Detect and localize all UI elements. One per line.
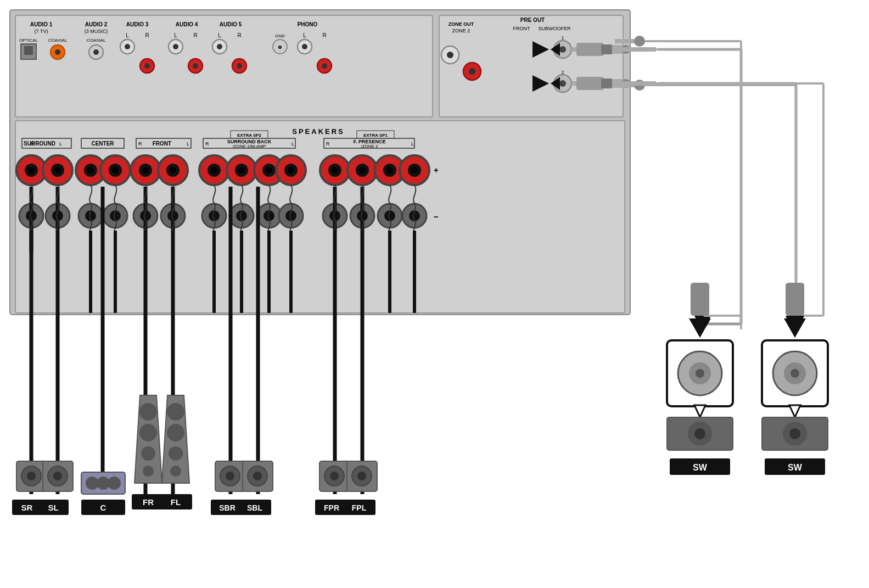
svg-point-116 [227, 155, 256, 185]
svg-point-148 [329, 210, 340, 221]
front-label: FRONT [153, 141, 171, 147]
svg-rect-234 [576, 43, 604, 56]
diagram-container: AUDIO 1 (7 TV) OPTICAL COAXIAL AUDIO 2 (… [0, 0, 869, 588]
svg-marker-67 [788, 316, 804, 332]
svg-point-32 [298, 40, 312, 54]
svg-point-35 [317, 59, 332, 73]
svg-rect-165 [16, 461, 47, 491]
svg-text:L: L [218, 32, 221, 38]
speakers-title: SPEAKERS [292, 127, 345, 136]
svg-point-78 [16, 155, 46, 185]
svg-point-181 [141, 446, 155, 461]
svg-point-88 [52, 210, 63, 221]
front-channel-r: R [138, 141, 142, 147]
svg-point-150 [357, 210, 368, 221]
svg-point-24 [217, 44, 222, 49]
svg-point-210 [696, 369, 704, 378]
svg-point-220 [790, 369, 799, 378]
svg-point-199 [324, 466, 344, 486]
svg-point-114 [208, 164, 221, 177]
svg-rect-215 [670, 458, 730, 475]
audio4-label: AUDIO 4 [176, 21, 198, 27]
svg-point-218 [773, 351, 817, 395]
svg-rect-2 [15, 15, 433, 117]
svg-point-175 [97, 477, 110, 490]
svg-point-123 [284, 164, 298, 177]
svg-rect-172 [38, 500, 69, 515]
svg-point-93 [100, 155, 130, 185]
svg-point-55 [621, 45, 630, 54]
svg-point-118 [238, 167, 245, 173]
svg-point-18 [173, 44, 178, 49]
fp-plus: + [434, 165, 439, 175]
svg-point-219 [784, 362, 806, 384]
coaxial-label: COAXIAL [48, 38, 68, 43]
svg-point-135 [320, 155, 350, 185]
svg-rect-201 [315, 500, 348, 515]
c-label: C [100, 503, 106, 512]
svg-point-196 [253, 472, 262, 480]
svg-point-124 [288, 167, 294, 173]
svg-text:GND: GND [275, 33, 285, 38]
svg-point-102 [139, 164, 152, 177]
svg-point-171 [53, 472, 62, 480]
svg-point-136 [328, 164, 341, 177]
svg-rect-177 [81, 500, 125, 515]
svg-text:R: R [237, 32, 241, 38]
fpl-label: FPL [352, 503, 367, 512]
svg-point-188 [170, 466, 181, 477]
svg-rect-198 [319, 461, 350, 491]
fp-channel-r: R [326, 141, 330, 147]
svg-point-186 [167, 424, 184, 441]
svg-point-125 [202, 204, 226, 228]
svg-point-113 [199, 155, 229, 185]
svg-rect-235 [601, 44, 612, 54]
surround-channel-r: R [30, 141, 34, 147]
svg-rect-207 [667, 340, 733, 406]
svg-rect-193 [211, 500, 244, 515]
svg-text:⊗: ⊗ [278, 44, 282, 50]
svg-point-104 [158, 155, 188, 185]
svg-point-11 [120, 40, 134, 54]
svg-point-9 [93, 49, 99, 55]
svg-marker-221 [789, 405, 800, 417]
svg-point-182 [143, 466, 154, 477]
svg-rect-222 [762, 417, 828, 450]
svg-point-106 [170, 167, 176, 173]
svg-point-174 [86, 477, 99, 490]
svg-point-121 [266, 167, 272, 173]
svg-point-138 [347, 155, 377, 185]
svg-text:L: L [303, 32, 306, 38]
svg-point-223 [783, 422, 807, 446]
svg-point-130 [263, 210, 274, 221]
svg-point-147 [323, 204, 347, 228]
svg-point-43 [554, 41, 571, 58]
surround-label: SURROUND [24, 141, 55, 147]
svg-text:2: 2 [561, 70, 564, 75]
svg-point-203 [352, 466, 372, 486]
svg-point-27 [237, 63, 242, 69]
svg-point-137 [332, 167, 338, 173]
svg-rect-111 [231, 131, 268, 138]
svg-point-79 [16, 155, 46, 185]
svg-point-14 [140, 59, 154, 73]
sb-channel-r: R [205, 141, 209, 147]
fr-label: FR [143, 497, 154, 507]
audio2-sublabel: (3 MUSIC) [85, 29, 108, 34]
sbl-label: SBL [247, 503, 262, 512]
surround-channel-l: L [59, 141, 62, 147]
svg-point-81 [28, 167, 35, 173]
svg-marker-206 [689, 318, 711, 338]
svg-point-146 [411, 167, 418, 173]
svg-point-126 [209, 210, 220, 221]
svg-marker-243 [786, 316, 804, 338]
svg-point-115 [211, 167, 217, 173]
svg-point-119 [254, 155, 284, 185]
svg-rect-77 [22, 138, 71, 148]
svg-point-12 [125, 44, 130, 49]
svg-rect-237 [601, 79, 612, 88]
svg-marker-211 [694, 405, 705, 417]
svg-point-145 [408, 164, 421, 177]
phono-label: PHONO [298, 21, 318, 27]
svg-point-144 [400, 155, 429, 185]
